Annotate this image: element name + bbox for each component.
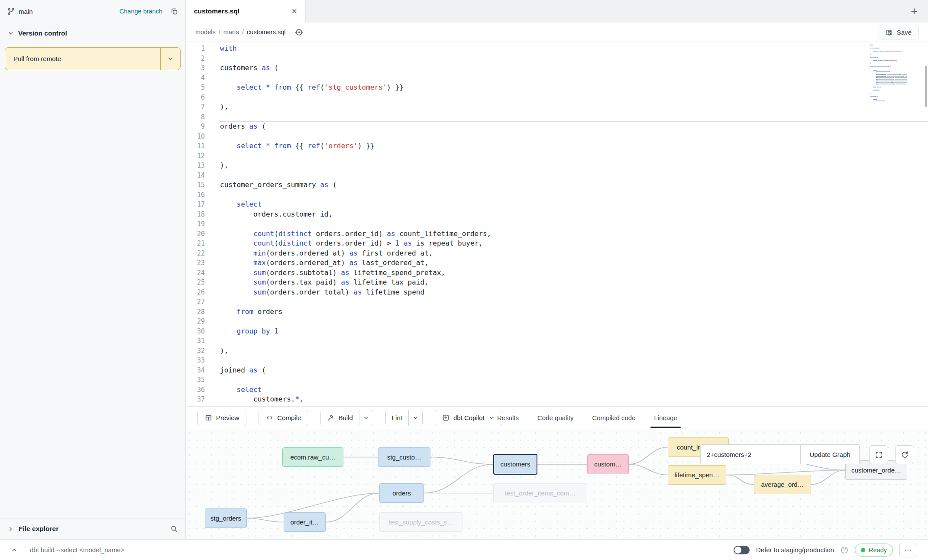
build-dropdown-chevron[interactable] (359, 410, 373, 426)
lineage-node-customers[interactable]: customers (493, 454, 537, 475)
lineage-node-order_items[interactable]: order_it… (284, 512, 326, 532)
lineage-toggle-icon[interactable] (292, 25, 306, 39)
line-number: 30 (186, 327, 205, 337)
code-line[interactable] (220, 132, 928, 142)
code-line[interactable]: orders as ( (220, 122, 928, 132)
file-explorer-header[interactable]: File explorer (0, 518, 185, 539)
code-content[interactable]: withcustomers as ( select * from {{ ref(… (212, 42, 928, 406)
tab-results[interactable]: Results (497, 407, 519, 429)
code-line[interactable] (220, 375, 928, 385)
code-line[interactable]: max(orders.ordered_at) as last_ordered_a… (220, 258, 928, 268)
code-line[interactable]: customers.*, (220, 395, 928, 405)
lineage-search-input[interactable] (700, 444, 800, 464)
line-number: 5 (186, 83, 205, 93)
code-line[interactable]: joined as ( (220, 366, 928, 375)
tab-customers-sql[interactable]: customers.sql × (186, 0, 306, 23)
code-line[interactable] (220, 93, 928, 103)
lineage-node-test_supply[interactable]: test_supply_costs_s… (379, 512, 462, 532)
ready-dot-icon (861, 548, 865, 552)
pull-from-remote-button[interactable]: Pull from remote (5, 47, 181, 70)
lineage-node-customers2[interactable]: custom… (587, 454, 629, 474)
lineage-node-ecom_raw[interactable]: ecom.raw_cu… (282, 447, 343, 467)
help-icon[interactable]: ? (841, 546, 848, 554)
code-line[interactable]: count(distinct orders.order_id) as count… (220, 229, 928, 239)
lineage-node-lifetime_spend[interactable]: lifetime_spen… (668, 465, 726, 485)
code-line[interactable]: select (220, 385, 928, 395)
code-line[interactable] (220, 356, 928, 366)
lineage-node-average_order[interactable]: average_ord… (754, 475, 811, 494)
line-number: 14 (186, 171, 205, 181)
gutter: 1234567891011121314151617181920212223242… (186, 42, 212, 406)
svg-text:?: ? (843, 547, 846, 552)
compile-button[interactable]: Compile (259, 410, 308, 426)
more-options-button[interactable]: ⋯ (899, 543, 917, 557)
code-line[interactable] (220, 112, 928, 122)
breadcrumb-item[interactable]: customers.sql (247, 29, 285, 36)
build-button[interactable]: Build (321, 410, 359, 426)
code-line[interactable] (220, 151, 928, 161)
lineage-node-stg_customers[interactable]: stg_custo… (378, 447, 430, 467)
tab-compiled-code[interactable]: Compiled code (592, 407, 635, 429)
code-line[interactable]: min(orders.ordered_at) as first_ordered_… (220, 249, 928, 259)
save-button[interactable]: Save (879, 25, 918, 39)
lineage-node-stg_orders[interactable]: stg_orders (205, 508, 247, 528)
copy-icon[interactable] (171, 8, 178, 15)
code-line[interactable] (220, 219, 928, 229)
line-number: 6 (186, 93, 205, 103)
code-line[interactable]: sum(orders.tax_paid) as lifetime_tax_pai… (220, 278, 928, 288)
code-line[interactable]: ), (220, 346, 928, 356)
refresh-button[interactable] (895, 445, 914, 464)
code-line[interactable]: count(distinct orders.order_id) > 1 as i… (220, 239, 928, 249)
scrollbar-thumb[interactable] (925, 66, 927, 107)
breadcrumb-item[interactable]: marts (223, 29, 239, 36)
lineage-node-orders[interactable]: orders (379, 483, 424, 503)
build-icon (327, 414, 334, 421)
code-line[interactable]: customers as ( (220, 63, 928, 73)
tab-code-quality[interactable]: Code quality (537, 407, 573, 429)
code-line[interactable]: sum(orders.order_total) as lifetime_spen… (220, 288, 928, 298)
update-graph-button[interactable]: Update Graph (800, 444, 860, 464)
chevron-up-icon[interactable] (11, 547, 18, 554)
code-line[interactable]: group by 1 (220, 327, 928, 337)
tab-lineage[interactable]: Lineage (654, 407, 677, 429)
breadcrumb-item[interactable]: models (195, 29, 216, 36)
code-line[interactable]: ), (220, 161, 928, 171)
code-line[interactable]: orders.customer_id, (220, 210, 928, 220)
code-line[interactable] (220, 190, 928, 200)
command-input[interactable]: dbt build --select <model_name> (30, 546, 124, 554)
status-badge[interactable]: Ready (855, 544, 893, 557)
code-line[interactable]: select * from {{ ref('orders') }} (220, 141, 928, 151)
lint-button[interactable]: Lint (386, 410, 408, 426)
fullscreen-button[interactable] (869, 445, 888, 464)
code-line[interactable]: with (220, 44, 928, 54)
version-control-header[interactable]: Version control (0, 23, 185, 44)
code-line[interactable]: sum(orders.subtotal) as lifetime_spend_p… (220, 268, 928, 278)
refresh-icon (901, 451, 909, 459)
close-icon[interactable]: × (291, 6, 297, 16)
lineage-panel[interactable]: ecom.raw_cu…stg_custo…customerscustom…co… (186, 429, 928, 539)
code-line[interactable] (220, 297, 928, 307)
defer-toggle[interactable] (734, 546, 750, 554)
preview-button[interactable]: Preview (197, 410, 246, 426)
change-branch-link[interactable]: Change branch (120, 8, 162, 15)
code-line[interactable] (220, 54, 928, 64)
code-line[interactable]: select (220, 200, 928, 210)
code-line[interactable]: ), (220, 102, 928, 112)
dbt-copilot-button[interactable]: dbt Copilot (435, 410, 502, 426)
line-number: 23 (186, 258, 205, 268)
pull-dropdown-chevron[interactable] (160, 48, 180, 70)
line-number: 29 (186, 317, 205, 327)
new-tab-button[interactable]: + (911, 6, 918, 17)
lineage-node-test_order_items[interactable]: test_order_items_com… (493, 483, 587, 503)
code-line[interactable]: from orders (220, 307, 928, 317)
code-line[interactable] (220, 336, 928, 346)
lint-dropdown-chevron[interactable] (408, 410, 422, 426)
code-line[interactable] (220, 171, 928, 181)
search-icon[interactable] (170, 525, 178, 533)
code-line[interactable] (220, 317, 928, 327)
code-line[interactable]: customer_orders_summary as ( (220, 180, 928, 190)
minimap[interactable] (870, 45, 907, 102)
branch-name: main (19, 8, 33, 15)
code-line[interactable]: select * from {{ ref('stg_customers') }} (220, 83, 928, 93)
code-line[interactable] (220, 73, 928, 83)
